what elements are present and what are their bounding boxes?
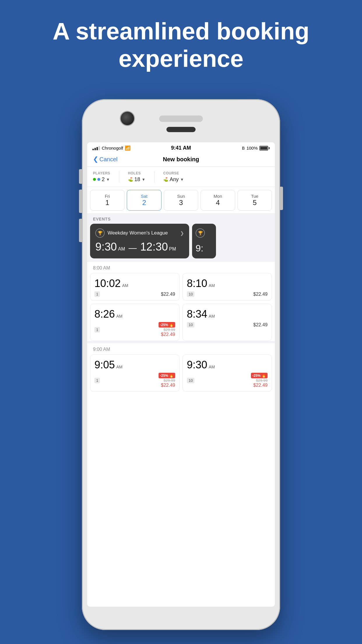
events-section-header: EVENTS (87, 214, 275, 224)
cancel-button[interactable]: ❮ Cancel (93, 155, 117, 163)
tee-price-discounted-930: -25% 🔥 $29.99 $22.49 (251, 373, 268, 388)
date-cell-sun[interactable]: Sun 3 (164, 190, 198, 211)
date-cell-fri[interactable]: Fri 1 (90, 190, 124, 211)
tee-holes-826: 1 (94, 327, 100, 332)
tee-price-834: $22.49 (253, 322, 268, 328)
nav-bar: ❮ Cancel New booking (87, 153, 275, 167)
players-label: PLAYERS (93, 171, 110, 175)
date-num-sat: 2 (142, 199, 146, 207)
tee-period-1002: AM (122, 283, 128, 288)
carrier-name: Chronogolf (102, 146, 123, 150)
event-title-row: 🏆 Weekday Women's League ❯ (95, 228, 184, 238)
tee-card-826[interactable]: 8:26 AM 1 -25% 🔥 $29.99 $22.49 (90, 304, 180, 341)
event-dash: — (129, 243, 137, 253)
tee-period-905: AM (116, 365, 122, 369)
date-cell-tue[interactable]: Tue 5 (238, 190, 272, 211)
players-filter[interactable]: PLAYERS 2 ▼ (93, 171, 110, 183)
nav-title: New booking (163, 156, 199, 163)
phone-screen: Chronogolf 📶 9:41 AM B 100% ❮ Cancel New… (87, 142, 275, 607)
discount-badge-930: -25% 🔥 (251, 373, 268, 378)
date-day-fri: Fri (105, 194, 110, 199)
sale-price-905: $22.49 (161, 383, 175, 388)
tee-holes-810: 10 (187, 291, 194, 297)
tee-time-826: 8:26 AM (94, 308, 175, 320)
chevron-down-icon2: ▼ (142, 177, 145, 182)
tee-time-905: 9:05 AM (94, 359, 175, 371)
event-start-period: AM (118, 246, 125, 252)
date-row: Fri 1 Sat 2 Sun 3 Mon 4 Tue 5 (87, 187, 275, 214)
tee-grid-8am: 10:02 AM 1 $22.49 8:10 AM 10 $22.49 (87, 273, 275, 341)
phone-btn-right (280, 187, 283, 210)
status-left: Chronogolf 📶 (92, 145, 131, 151)
status-right: B 100% (242, 146, 270, 150)
fire-icon-826: 🔥 (169, 323, 174, 327)
date-day-sat: Sat (141, 194, 147, 199)
holes-value[interactable]: ⛳ 18 ▼ (128, 176, 145, 183)
tee-period-810: AM (209, 283, 215, 288)
tee-bottom-810: 10 $22.49 (187, 291, 268, 297)
events-scroll: 🏆 Weekday Women's League ❯ 9:30 AM — 12:… (87, 224, 275, 262)
event-end-time: 12:30 (140, 241, 168, 253)
event-start-time: 9:30 (95, 241, 117, 253)
tee-price-discounted-826: -25% 🔥 $29.99 $22.49 (159, 322, 175, 337)
sale-price-930: $22.49 (253, 383, 268, 388)
tee-time-big-905: 9:05 (94, 359, 115, 371)
course-filter[interactable]: COURSE ⛳ Any ▼ (163, 171, 184, 183)
tee-period-930: AM (209, 365, 215, 369)
tee-time-big-930: 9:30 (187, 359, 207, 371)
headline: A streamlined booking experience (0, 18, 362, 73)
date-cell-mon[interactable]: Mon 4 (201, 190, 235, 211)
date-day-sun: Sun (177, 194, 185, 199)
tee-time-930: 9:30 AM (187, 359, 268, 371)
tee-card-834[interactable]: 8:34 AM 10 $22.49 (182, 304, 272, 341)
tee-price-discounted-905: -25% 🔥 $29.99 $22.49 (159, 373, 175, 388)
event-card-2-partial[interactable]: 🏆 9: (192, 224, 216, 258)
dot-blue (97, 178, 100, 181)
tee-card-810[interactable]: 8:10 AM 10 $22.49 (182, 273, 272, 301)
status-time: 9:41 AM (171, 145, 191, 151)
date-cell-sat[interactable]: Sat 2 (127, 190, 161, 211)
event-end-period: PM (169, 246, 176, 252)
tee-period-834: AM (209, 314, 215, 318)
original-price-826: $29.99 (164, 328, 175, 332)
date-num-sun: 3 (179, 199, 183, 207)
tee-bottom-1002: 1 $22.49 (94, 291, 175, 297)
filters-row: PLAYERS 2 ▼ HOLES ⛳ 18 ▼ COURSE (87, 167, 275, 187)
tee-bottom-905: 1 -25% 🔥 $29.99 $22.49 (94, 373, 175, 388)
tee-card-930[interactable]: 9:30 AM 10 -25% 🔥 $29.99 $22.49 (182, 354, 272, 392)
phone-btn-left1 (79, 169, 82, 184)
bluetooth-icon: B (242, 146, 245, 150)
tee-grid-9am: 9:05 AM 1 -25% 🔥 $29.99 $22.49 (87, 354, 275, 395)
date-day-tue: Tue (251, 194, 258, 199)
tee-bottom-834: 10 $22.49 (187, 322, 268, 328)
back-chevron-icon: ❮ (93, 155, 98, 163)
fire-icon-930: 🔥 (261, 373, 266, 378)
holes-filter[interactable]: HOLES ⛳ 18 ▼ (128, 171, 145, 183)
course-value[interactable]: ⛳ Any ▼ (163, 176, 184, 183)
players-value[interactable]: 2 ▼ (93, 176, 110, 183)
tee-time-834: 8:34 AM (187, 308, 268, 320)
original-price-905: $29.99 (164, 378, 175, 383)
date-num-mon: 4 (216, 199, 220, 207)
filter-divider2 (154, 171, 154, 183)
status-bar: Chronogolf 📶 9:41 AM B 100% (87, 142, 275, 153)
phone-speaker (159, 116, 203, 122)
tee-section-9am-header: 9:00 AM (87, 341, 275, 354)
tee-bottom-930: 10 -25% 🔥 $29.99 $22.49 (187, 373, 268, 388)
chevron-down-icon3: ▼ (180, 177, 184, 182)
tee-section-8am-header: 8:00 AM (87, 262, 275, 273)
trophy-circle-2: 🏆 (196, 228, 205, 238)
date-num-fri: 1 (106, 199, 109, 207)
event-time-1: 9:30 AM — 12:30 PM (95, 241, 184, 253)
event-card-1[interactable]: 🏆 Weekday Women's League ❯ 9:30 AM — 12:… (90, 224, 189, 258)
tee-time-big-826: 8:26 (94, 308, 115, 320)
date-num-tue: 5 (253, 199, 256, 207)
tee-time-big-810: 8:10 (187, 277, 207, 290)
phone-btn-left3 (79, 219, 82, 242)
phone-btn-left2 (79, 190, 82, 213)
tee-card-905[interactable]: 9:05 AM 1 -25% 🔥 $29.99 $22.49 (90, 354, 180, 392)
tee-card-1002[interactable]: 10:02 AM 1 $22.49 (90, 273, 180, 301)
battery-icon (259, 146, 270, 150)
phone-camera (120, 111, 135, 126)
course-label: COURSE (163, 171, 184, 175)
